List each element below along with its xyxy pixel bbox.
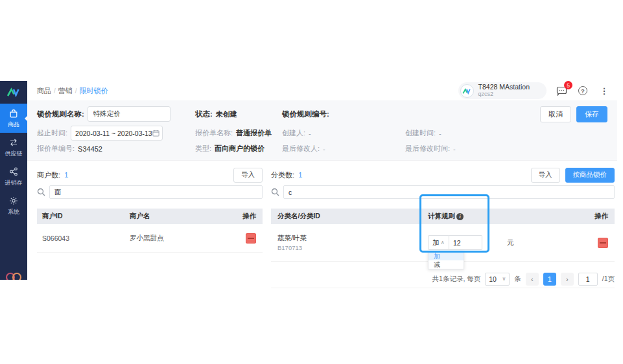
operator-option-subtract[interactable]: 减	[429, 260, 464, 269]
more-button[interactable]: ⋮	[598, 84, 611, 97]
merchants-import-button[interactable]: 导入	[233, 168, 263, 183]
messages-button[interactable]: 5	[555, 84, 568, 97]
field-created-time: 创建时间: -	[405, 126, 546, 141]
save-button[interactable]: 保存	[576, 106, 607, 122]
breadcrumb-marketing[interactable]: 营销	[58, 86, 73, 96]
remove-category-button[interactable]	[598, 238, 608, 248]
page-jump-input[interactable]	[578, 273, 598, 286]
sidebar-item-supply-chain[interactable]: 供应链	[0, 133, 27, 162]
rule-value-input[interactable]	[449, 235, 482, 250]
created-value: -	[439, 130, 441, 137]
modified-label: 最后修改时间:	[405, 144, 450, 154]
pagination: 共1条记录, 每页 10 ∨ 条 ‹ 1 › /1页	[271, 273, 615, 288]
categories-search-box	[283, 185, 615, 199]
categories-table-header: 分类名/分类ID 计算规则i 操作	[271, 209, 615, 224]
category-name: 蔬菜/叶菜	[277, 234, 421, 243]
date-label: 起止时间:	[37, 128, 67, 138]
status-value: 未创建	[216, 109, 237, 119]
col-merchant-actions: 操作	[231, 212, 263, 221]
sidebar-item-label: 商品	[8, 120, 19, 129]
col-merchant-id: 商户ID	[37, 212, 124, 221]
category-id: B170713	[277, 244, 421, 251]
breadcrumb-goods[interactable]: 商品	[37, 86, 51, 96]
operator-option-add[interactable]: 加	[429, 252, 464, 260]
creator-label: 创建人:	[282, 128, 305, 138]
share-icon	[8, 166, 19, 177]
user-menu[interactable]: T8428 MAstation qzcs2	[458, 82, 547, 98]
creator-value: -	[309, 130, 311, 137]
per-page-value: 10	[489, 275, 497, 283]
category-count-value: 1	[298, 171, 302, 179]
category-cell: 蔬菜/叶菜 B170713	[271, 234, 421, 251]
quote-name-label: 报价单名称:	[195, 128, 233, 138]
form-row-3: 报价单编号: S34452 类型: 面向商户的锁价 最后修改人: - 最后修改时…	[37, 144, 546, 154]
operator-dropdown: 加 减	[428, 251, 464, 269]
footer-logo-icon	[5, 271, 23, 280]
rule-unit: 元	[507, 238, 514, 247]
field-rule-name: 锁价规则名称:	[37, 106, 158, 122]
user-names: T8428 MAstation qzcs2	[478, 84, 530, 97]
next-page-button[interactable]: ›	[561, 273, 574, 286]
sidebar-item-goods[interactable]: 商品	[0, 104, 27, 133]
lock-by-product-button[interactable]: 按商品锁价	[565, 168, 615, 183]
sidebar-item-inventory[interactable]: 进销存	[0, 162, 27, 191]
caret-up-icon: ∧	[441, 240, 445, 245]
avatar	[460, 84, 474, 98]
help-icon: ?	[578, 86, 587, 95]
field-quote-no: 报价单编号: S34452	[37, 144, 158, 154]
field-date-range: 起止时间: 2020-03-11 ~ 2020-03-13	[37, 126, 158, 141]
cancel-button[interactable]: 取消	[540, 106, 571, 122]
search-icon	[37, 188, 45, 196]
merchants-panel-head: 商户数: 1 导入	[37, 167, 263, 183]
col-calc-rule: 计算规则i	[421, 212, 578, 221]
bag-icon	[8, 108, 19, 119]
categories-search-input[interactable]	[284, 188, 614, 196]
status-label: 状态:	[195, 109, 213, 119]
created-label: 创建时间:	[405, 128, 436, 138]
sidebar-item-label: 供应链	[5, 150, 23, 158]
merchant-count: 商户数: 1	[37, 170, 68, 180]
categories-panel: 分类数: 1 导入 按商品锁价	[271, 167, 615, 288]
current-page-button[interactable]: 1	[543, 273, 556, 286]
modified-value: -	[453, 145, 456, 153]
merchant-count-label: 商户数:	[37, 171, 60, 179]
prev-page-button[interactable]: ‹	[526, 273, 539, 286]
operator-select[interactable]: 加 ∧	[428, 235, 449, 250]
breadcrumb-separator: /	[54, 87, 56, 95]
col-category-actions: 操作	[578, 212, 615, 221]
field-status: 状态: 未创建	[158, 106, 282, 122]
help-button[interactable]: ?	[576, 84, 589, 97]
merchant-name: 罗小黑甜点	[124, 234, 231, 243]
categories-search-row	[271, 185, 615, 199]
date-range-value: 2020-03-11 ~ 2020-03-13	[75, 130, 152, 137]
sidebar-item-label: 系统	[8, 208, 19, 216]
field-modifier: 最后修改人: -	[282, 144, 405, 154]
info-icon[interactable]: i	[456, 213, 464, 220]
pagination-summary: 共1条记录, 每页	[432, 275, 481, 284]
category-row: 蔬菜/叶菜 B170713 加 ∧ 元	[271, 224, 615, 262]
merchants-search-row	[37, 185, 263, 199]
main-area: 商品 / 营销 / 限时锁价	[27, 81, 617, 280]
rule-form: 锁价规则名称: 状态: 未创建 锁价规则编号: 起止时间:	[27, 100, 617, 161]
remove-merchant-button[interactable]	[246, 233, 256, 244]
form-row-2: 起止时间: 2020-03-11 ~ 2020-03-13 报价单名称:	[37, 126, 546, 141]
caret-down-icon: ∨	[502, 276, 506, 282]
col-merchant-name: 商户名	[124, 212, 231, 221]
top-bar: 商品 / 营销 / 限时锁价	[27, 81, 617, 100]
categories-panel-head: 分类数: 1 导入 按商品锁价	[271, 167, 615, 183]
breadcrumb: 商品 / 营销 / 限时锁价	[37, 86, 108, 96]
per-page-select[interactable]: 10 ∨	[485, 273, 510, 286]
merchants-panel: 商户数: 1 导入	[37, 167, 263, 253]
total-pages-label: /1页	[602, 275, 615, 284]
field-creator: 创建人: -	[282, 126, 405, 141]
user-subname: qzcs2	[478, 91, 530, 98]
sidebar-item-system[interactable]: 系统	[0, 191, 27, 220]
swap-icon	[8, 137, 19, 148]
field-rule-no: 锁价规则编号:	[282, 106, 530, 122]
merchants-search-box	[49, 185, 263, 199]
form-actions: 取消 保存	[540, 106, 607, 122]
modifier-label: 最后修改人:	[282, 144, 320, 154]
categories-import-button[interactable]: 导入	[531, 168, 560, 183]
merchants-search-input[interactable]	[50, 188, 262, 196]
date-range-picker[interactable]: 2020-03-11 ~ 2020-03-13	[71, 126, 163, 141]
